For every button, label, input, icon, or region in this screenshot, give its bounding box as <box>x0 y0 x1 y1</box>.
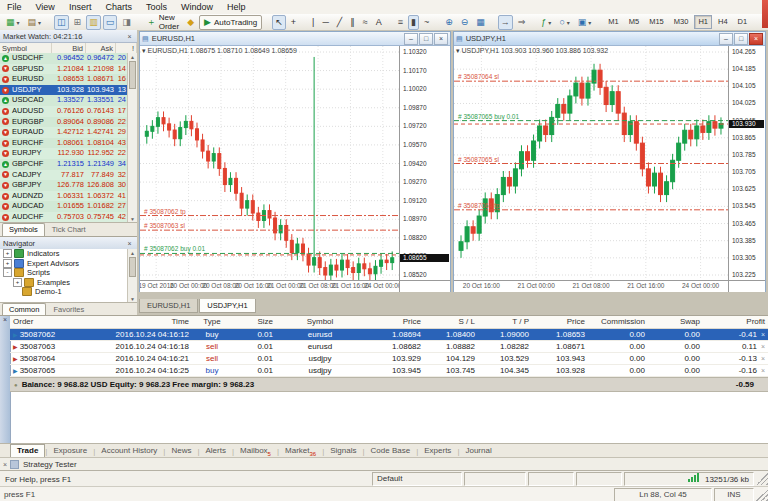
market-watch-row-audchf[interactable]: ▼AUDCHF0.757030.7574542 <box>0 212 128 223</box>
navigator-scrollbar[interactable]: ▲ ▼ <box>127 249 137 303</box>
market-watch-row-usdchf[interactable]: ▲USDCHF0.964520.9647220 <box>0 53 128 64</box>
restore-button[interactable]: □ <box>734 33 748 45</box>
col-header-swap[interactable]: Swap <box>648 316 703 328</box>
new-chart-button[interactable]: ▦▾ <box>3 15 23 30</box>
timeframe-button-m15[interactable]: M15 <box>645 15 668 29</box>
timeframe-button-m30[interactable]: M30 <box>670 15 693 29</box>
close-order-icon[interactable]: × <box>761 331 765 338</box>
market-watch-row-gbpjpy[interactable]: ▼GBPJPY126.778126.80830 <box>0 180 128 191</box>
horizontal-line-button[interactable]: ─ <box>319 15 331 30</box>
market-watch-header[interactable]: Market Watch: 04:21:16 × <box>0 30 137 43</box>
timeframe-button-h4[interactable]: H4 <box>714 15 732 29</box>
zoom-in-button[interactable]: ⊕ <box>442 15 456 30</box>
terminal-tab-exposure[interactable]: Exposure <box>47 445 93 457</box>
menu-item-insert[interactable]: Insert <box>62 0 99 14</box>
equidistant-channel-button[interactable]: ∥ <box>347 15 358 30</box>
collapse-icon[interactable]: - <box>3 268 12 277</box>
metaeditor-button[interactable]: ◆ <box>184 15 197 30</box>
order-row-35087063[interactable]: ▶350870632016.10.24 04:16:18sell0.01euru… <box>10 341 768 353</box>
chart-tab-eurusd-h1[interactable]: EURUSD,H1 <box>139 299 198 313</box>
terminal-tab-mailbox[interactable]: Mailbox5 <box>234 445 277 457</box>
navigator-toggle-button[interactable]: ▥ <box>86 15 101 30</box>
terminal-tab-market[interactable]: Market36 <box>279 445 322 457</box>
market-watch-row-audcad[interactable]: ▼AUDCAD1.016551.0168227 <box>0 201 128 212</box>
chart-shift-button[interactable]: ⇒ <box>515 15 529 30</box>
market-watch-tab-symbols[interactable]: Symbols <box>2 223 45 236</box>
close-button[interactable]: × <box>434 33 448 45</box>
scroll-thumb[interactable] <box>129 61 136 89</box>
minimize-button[interactable]: – <box>404 33 418 45</box>
col-header-price2[interactable]: Price <box>532 316 588 328</box>
navigator-item-scripts[interactable]: -Scripts <box>0 268 128 278</box>
tester-toggle-button[interactable]: ◨ <box>119 15 134 30</box>
close-order-icon[interactable]: × <box>761 355 765 362</box>
fibonacci-button[interactable]: ≈ <box>360 15 371 30</box>
order-row-35087065[interactable]: ▶350870652016.10.24 04:16:25buy0.01usdjp… <box>10 365 768 377</box>
chart-plot-usdjpy[interactable]: 20 Oct 16:0021 Oct 00:0021 Oct 08:0021 O… <box>454 46 728 292</box>
market-watch-row-eurjpy[interactable]: ▼EURJPY112.930112.95222 <box>0 148 128 159</box>
timeframe-button-m5[interactable]: M5 <box>625 15 643 29</box>
order-row-35087064[interactable]: ▶350870642016.10.24 04:16:21sell0.01usdj… <box>10 353 768 365</box>
market-watch-row-gbpchf[interactable]: ▲GBPCHF1.213151.2134934 <box>0 159 128 170</box>
market-watch-row-eurusd[interactable]: ▼EURUSD1.086531.0867116 <box>0 74 128 85</box>
col-header-order[interactable]: Order <box>10 316 84 328</box>
bar-chart-mode-button[interactable]: ≡ <box>395 15 406 30</box>
menu-item-help[interactable]: Help <box>220 0 253 14</box>
templates-button[interactable]: ▣▾ <box>575 15 595 30</box>
close-button[interactable]: × <box>749 33 763 45</box>
menu-item-view[interactable]: View <box>29 0 62 14</box>
menu-item-charts[interactable]: Charts <box>98 0 139 14</box>
col-header-sl[interactable]: S / L <box>424 316 478 328</box>
chart-title-bar[interactable]: ▤USDJPY,H1–□× <box>454 32 765 46</box>
trendline-button[interactable]: ╱ <box>334 15 345 30</box>
close-order-icon[interactable]: × <box>761 367 765 374</box>
market-watch-row-audusd[interactable]: ▼AUDUSD0.761260.7614317 <box>0 106 128 117</box>
col-header-price[interactable]: Price <box>364 316 424 328</box>
col-header-size[interactable]: Size <box>232 316 276 328</box>
resize-grip[interactable] <box>756 473 768 485</box>
terminal-tab-news[interactable]: News <box>165 445 197 457</box>
line-chart-mode-button[interactable]: ~ <box>421 15 432 30</box>
order-row-35087062[interactable]: ▶350870622016.10.24 04:16:12buy0.01eurus… <box>10 329 768 341</box>
chart-tab-usdjpy-h1[interactable]: USDJPY,H1 <box>199 299 255 313</box>
col-header-tp[interactable]: T / P <box>478 316 532 328</box>
vertical-line-button[interactable]: | <box>309 15 317 30</box>
market-watch-row-eurchf[interactable]: ▼EURCHF1.080611.0810443 <box>0 138 128 149</box>
scroll-up-icon[interactable]: ▲ <box>128 249 137 257</box>
restore-button[interactable]: □ <box>419 33 433 45</box>
terminal-tab-signals[interactable]: Signals <box>324 445 362 457</box>
close-icon[interactable]: × <box>125 33 134 40</box>
chart-title-bar[interactable]: ▤EURUSD,H1–□× <box>140 32 450 46</box>
terminal-tab-journal[interactable]: Journal <box>459 445 497 457</box>
col-header-commission[interactable]: Commission <box>588 316 648 328</box>
menu-item-window[interactable]: Window <box>174 0 220 14</box>
candlestick-mode-button[interactable]: ▮ <box>408 15 419 30</box>
timeframe-button-m1[interactable]: M1 <box>604 15 622 29</box>
menu-item-tools[interactable]: Tools <box>139 0 174 14</box>
close-icon[interactable]: × <box>125 240 134 247</box>
terminal-tab-trade[interactable]: Trade <box>10 444 45 458</box>
scroll-thumb[interactable] <box>129 257 136 277</box>
menu-item-file[interactable]: File <box>0 0 29 14</box>
minimize-button[interactable]: – <box>719 33 733 45</box>
profile-selector[interactable]: Default <box>372 472 462 486</box>
expand-icon[interactable]: + <box>13 278 22 287</box>
expand-icon[interactable]: + <box>3 259 12 268</box>
navigator-item-indicators[interactable]: +Indicators <box>0 249 128 259</box>
connection-status[interactable]: 13251/36 kb <box>624 472 754 486</box>
market-watch-row-eurgbp[interactable]: ▼EURGBP0.890640.8908622 <box>0 117 128 128</box>
auto-scroll-button[interactable]: → <box>498 15 513 30</box>
market-watch-row-euraud[interactable]: ▼EURAUD1.427121.4274129 <box>0 127 128 138</box>
market-watch-scrollbar[interactable]: ▲ ▼ <box>127 53 137 223</box>
col-header-time[interactable]: Time <box>84 316 192 328</box>
market-watch-row-usdcad[interactable]: ▲USDCAD1.335271.3355124 <box>0 95 128 106</box>
crosshair-button[interactable]: + <box>288 15 299 30</box>
terminal-toggle-button[interactable]: ▭ <box>103 15 118 30</box>
data-window-toggle-button[interactable]: ⊞ <box>71 15 85 30</box>
autotrading-button[interactable]: ▶AutoTrading <box>199 15 262 30</box>
resize-grip[interactable] <box>756 489 768 501</box>
col-header-profit[interactable]: Profit <box>703 316 768 328</box>
profiles-button[interactable]: ▤▾ <box>25 15 45 30</box>
col-header-symbol[interactable]: Symbol <box>276 316 364 328</box>
terminal-tab-alerts[interactable]: Alerts <box>200 445 232 457</box>
